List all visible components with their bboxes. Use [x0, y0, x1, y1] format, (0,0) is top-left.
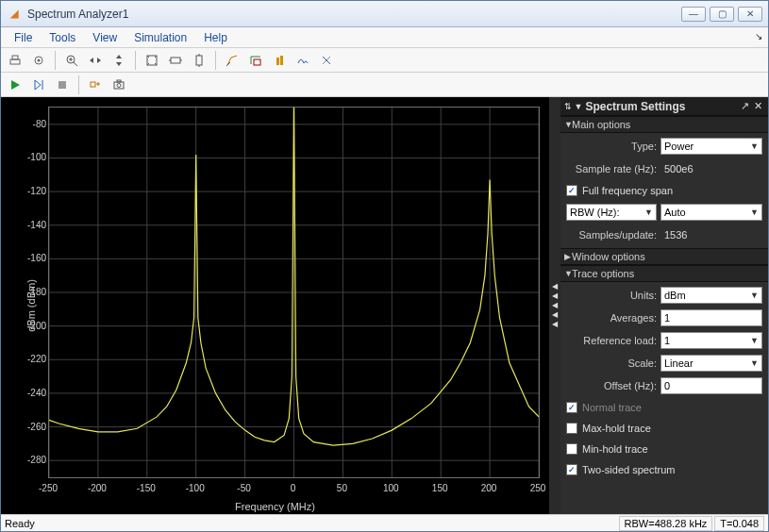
units-select[interactable]: dBm▼ [660, 287, 762, 304]
offset-input[interactable]: 0 [660, 377, 762, 394]
undock-panel-icon[interactable]: ↗ [738, 100, 751, 112]
menu-file[interactable]: File [7, 29, 40, 46]
settings-gear-icon[interactable] [28, 50, 49, 71]
svg-rect-12 [254, 59, 260, 65]
toolbar-1 [1, 48, 768, 73]
window-title: Spectrum Analyzer1 [27, 8, 681, 21]
status-time: T=0.048 [714, 516, 764, 531]
autoscale-x-icon[interactable] [165, 50, 186, 71]
snapshot-icon[interactable] [109, 75, 129, 95]
refload-select[interactable]: 1▼ [660, 332, 762, 349]
averages-input[interactable]: 1 [660, 309, 762, 326]
svg-point-19 [117, 83, 121, 87]
svg-rect-9 [171, 58, 180, 63]
samplerate-value: 500e6 [660, 163, 694, 175]
statusbar: Ready RBW=488.28 kHz T=0.048 [1, 514, 768, 531]
scale-select[interactable]: Linear▼ [660, 355, 762, 372]
svg-rect-17 [91, 82, 95, 87]
autoscale-icon[interactable] [142, 50, 162, 71]
samplesupdate-value: 1536 [660, 229, 687, 241]
maxhold-checkbox[interactable]: Max-hold trace [566, 420, 762, 437]
close-button[interactable]: ✕ [738, 7, 762, 22]
ccdf-icon[interactable] [316, 50, 337, 71]
menu-simulation[interactable]: Simulation [126, 29, 194, 46]
settings-header: ⇅ ▼ Spectrum Settings ↗ ✕ [560, 97, 768, 116]
run-icon[interactable] [5, 75, 25, 95]
stop-icon[interactable] [52, 75, 73, 95]
type-label: Type: [566, 141, 657, 152]
panel-toggle-column[interactable]: ◀◀◀◀◀ [549, 97, 560, 514]
units-label: Units: [566, 290, 657, 301]
svg-rect-14 [280, 56, 283, 65]
undock-icon[interactable]: ↘ [755, 31, 762, 42]
titlebar: ◢ Spectrum Analyzer1 — ▢ ✕ [1, 1, 768, 27]
minhold-checkbox[interactable]: Min-hold trace [566, 441, 762, 457]
settings-panel: ⇅ ▼ Spectrum Settings ↗ ✕ ▼Main options … [560, 97, 768, 514]
zoom-x-icon[interactable] [85, 50, 106, 71]
chart-area[interactable] [48, 107, 540, 478]
twosided-checkbox[interactable]: ✓Two-sided spectrum [566, 461, 762, 478]
svg-rect-10 [196, 56, 202, 65]
zoom-in-icon[interactable] [61, 50, 82, 71]
cursor-measure-icon[interactable] [222, 50, 242, 71]
rbw-label-select[interactable]: RBW (Hz):▼ [566, 204, 657, 221]
status-ready: Ready [5, 518, 617, 529]
toolbar-2 [1, 73, 768, 97]
trace-options-header[interactable]: ▼Trace options [560, 265, 768, 282]
peak-finder-icon[interactable] [269, 50, 290, 71]
menu-view[interactable]: View [85, 29, 125, 46]
samplerate-label: Sample rate (Hz): [566, 163, 657, 175]
menu-tools[interactable]: Tools [42, 29, 83, 46]
svg-rect-16 [59, 81, 66, 89]
settings-title: Spectrum Settings [585, 100, 738, 113]
svg-rect-1 [12, 56, 18, 59]
main-options-header[interactable]: ▼Main options [560, 116, 768, 133]
chart-panel: dBm (dBm) Frequency (MHz) -80-100-120-14… [1, 97, 549, 514]
rbw-value-select[interactable]: Auto▼ [660, 204, 762, 221]
signal-stats-icon[interactable] [245, 50, 266, 71]
scale-label: Scale: [566, 357, 657, 369]
refload-label: Reference load: [566, 335, 657, 346]
highlight-block-icon[interactable] [85, 75, 106, 95]
svg-rect-20 [117, 80, 121, 82]
x-axis-label: Frequency (MHz) [235, 501, 315, 512]
offset-label: Offset (Hz): [566, 380, 657, 391]
window-options-header[interactable]: ▶Window options [560, 248, 768, 265]
step-forward-icon[interactable] [28, 75, 49, 95]
menu-help[interactable]: Help [196, 29, 235, 46]
status-rbw: RBW=488.28 kHz [619, 516, 713, 531]
app-icon: ◢ [7, 7, 22, 22]
samplesupdate-label: Samples/update: [566, 229, 657, 241]
maximize-button[interactable]: ▢ [710, 7, 734, 22]
autoscale-y-icon[interactable] [189, 50, 209, 71]
normal-trace-checkbox[interactable]: ✓Normal trace [566, 399, 762, 416]
averages-label: Averages: [566, 312, 657, 324]
minimize-button[interactable]: — [681, 7, 706, 22]
print-icon[interactable] [5, 50, 25, 71]
close-panel-icon[interactable]: ✕ [751, 100, 764, 112]
fullspan-checkbox[interactable]: ✓Full frequency span [566, 182, 762, 199]
svg-rect-13 [276, 58, 279, 65]
svg-line-5 [74, 62, 77, 66]
svg-point-3 [38, 58, 41, 61]
zoom-y-icon[interactable] [109, 50, 129, 71]
menubar: File Tools View Simulation Help ↘ [1, 27, 768, 48]
main-area: dBm (dBm) Frequency (MHz) -80-100-120-14… [1, 97, 768, 514]
type-select[interactable]: Power▼ [660, 138, 762, 155]
svg-rect-0 [10, 59, 20, 64]
distortion-icon[interactable] [293, 50, 313, 71]
